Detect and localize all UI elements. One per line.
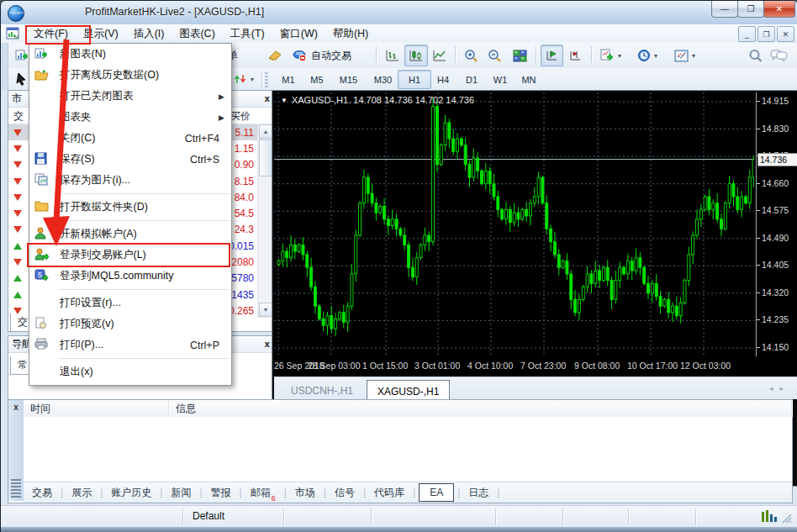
terminal-tab-代码库[interactable]: 代码库 [366, 484, 413, 502]
chart-tab-USDCNHH1[interactable]: USDCNH-,H1 [281, 380, 363, 401]
menu-W[interactable]: 窗口(W) [272, 24, 325, 44]
terminal-tab-新闻[interactable]: 新闻 [162, 484, 199, 502]
no-icon [34, 296, 49, 310]
menu-C[interactable]: 图表(C) [172, 24, 222, 44]
menu-item-x[interactable]: 退出(x) [29, 361, 231, 382]
menu-item-[interactable]: 图表夹▶ [29, 107, 231, 128]
tile-windows-button[interactable] [509, 45, 531, 66]
autotrading-button[interactable]: 自动交易 [288, 45, 356, 66]
dropdown-arrow-icon[interactable]: ▾ [618, 52, 621, 60]
line-chart-button[interactable] [428, 45, 451, 66]
terminal-tab-展示[interactable]: 展示 [63, 484, 100, 502]
menu-item-v[interactable]: 打印预览(v) [29, 313, 231, 334]
community-chat-button[interactable] [766, 45, 792, 66]
menu-item-P[interactable]: 打印(P)...Ctrl+P [29, 334, 231, 356]
timeframe-mn[interactable]: MN [512, 70, 546, 89]
zoom-out-button[interactable] [483, 45, 506, 66]
line-icon-icon [432, 49, 447, 62]
templates-icon [674, 50, 689, 62]
terminal-tab-信号[interactable]: 信号 [326, 484, 363, 502]
terminal-panel: x 时间 信息 交易|展示|账户历史|新闻|警报|邮箱6|市场|信号|代码库|E… [8, 399, 793, 503]
market-watch-scrollbar[interactable]: ▲ ▼ [257, 124, 272, 318]
terminal-tab-交易[interactable]: 交易 [24, 484, 61, 502]
zoom-in-button[interactable] [460, 45, 483, 66]
bar-chart-button[interactable] [381, 45, 404, 66]
periods-button[interactable]: ▾ [633, 45, 662, 66]
terminal-tab-label: 代码库 [374, 486, 404, 500]
chart-plot-area[interactable]: ▼ XAGUSD-,H1. 14.708 14.736 14.702 14.73… [274, 92, 754, 356]
scroll-down-icon[interactable]: ▼ [259, 303, 272, 317]
search-button[interactable] [744, 45, 767, 66]
terminal-tab-EA[interactable]: EA [419, 483, 454, 502]
menu-item-O[interactable]: 打开离线历史数据(O) [29, 65, 231, 86]
candlestick-chart [274, 92, 754, 356]
scroll-up-icon[interactable]: ▲ [259, 124, 272, 139]
resize-grip-icon[interactable] [781, 513, 793, 524]
timeframe-m15[interactable]: M15 [329, 70, 368, 89]
maximize-button[interactable]: ❐ [737, 1, 764, 18]
time-axis[interactable]: 26 Sep 201828 Sep 03:001 Oct 15:003 Oct … [274, 356, 797, 375]
marker-button[interactable] [263, 45, 287, 66]
terminal-tab-日志[interactable]: 日志 [460, 484, 497, 502]
dropdown-arrow-icon[interactable]: ▾ [654, 52, 657, 60]
market-watch-close-icon[interactable]: x [265, 94, 270, 103]
dropdown-arrow-icon[interactable]: ▾ [251, 76, 254, 83]
navigator-close-icon[interactable]: x [265, 340, 270, 349]
terminal-title-strip[interactable]: x [8, 400, 24, 501]
indicators-icon [600, 49, 615, 62]
menu-H[interactable]: 帮助(H) [325, 24, 376, 44]
timeframe-m30[interactable]: M30 [363, 70, 403, 89]
menu-item-i[interactable]: 保存为图片(i)... [29, 170, 231, 191]
menu-item-A[interactable]: 开新模拟帐户(A) [29, 224, 231, 245]
title-bar[interactable]: PROFIT ProfitMarketHK-Live2 - [XAGUSD-,H… [1, 1, 797, 24]
menu-item-D[interactable]: 打开数据文件夹(D) [29, 197, 231, 218]
time-column-header[interactable]: 时间 [24, 400, 169, 417]
candlestick-chart-button[interactable] [404, 45, 428, 66]
indicators-button[interactable]: ▾ [596, 45, 625, 66]
menu-item-C[interactable]: 关闭(C)Ctrl+F4 [29, 128, 231, 149]
arrow-down-icon [13, 161, 22, 168]
chart-menu-arrow-icon[interactable]: ▼ [281, 97, 288, 104]
scroll-thumb[interactable] [259, 140, 272, 176]
chart-shift-button[interactable] [541, 45, 563, 66]
menu-item-r[interactable]: 打印设置(r)... [29, 292, 231, 313]
menu-item-S[interactable]: 保存(S)Ctrl+S [29, 149, 231, 170]
terminal-close-icon[interactable]: x [8, 400, 24, 412]
terminal-tab-警报[interactable]: 警报 [203, 484, 240, 502]
menu-I[interactable]: 插入(I) [126, 24, 172, 44]
chart-autoscroll-button[interactable] [564, 45, 587, 66]
menu-item-label: 关闭(C) [60, 131, 95, 145]
menu-item-[interactable]: 打开已关闭图表▶ [29, 86, 231, 107]
terminal-tab-邮箱[interactable]: 邮箱6 [242, 484, 284, 502]
mdi-restore-button[interactable]: ❐ [757, 26, 775, 42]
menu-item-MQL5community[interactable]: 5登录到MQL5.community [29, 266, 231, 287]
price-tick: 14.660 [762, 178, 789, 188]
price-tick: 14.575 [762, 205, 789, 215]
time-tick: 9 Oct 08:00 [574, 361, 620, 371]
bid-price: 0.265 [229, 305, 254, 317]
tab-scroll-icons[interactable]: ◂▸ [769, 384, 790, 392]
templates-button[interactable]: ▾ [670, 45, 699, 66]
mdi-minimize-button[interactable]: _ [738, 26, 756, 42]
bid-column-header[interactable]: 买价 [230, 108, 251, 124]
terminal-tab-市场[interactable]: 市场 [287, 484, 324, 502]
message-column-header[interactable]: 信息 [169, 400, 792, 417]
mdi-close-button[interactable]: ✕ [777, 26, 794, 42]
symbols-list-button[interactable]: ▾ [230, 69, 258, 89]
svg-text:5: 5 [38, 271, 42, 279]
tab-separator: | [497, 487, 499, 498]
close-button[interactable]: ✕ [763, 1, 795, 18]
minimize-button[interactable]: — [711, 1, 738, 18]
symbol-column-header[interactable]: 交 [8, 108, 29, 124]
menu-T[interactable]: 工具(T) [223, 24, 272, 44]
terminal-tab-账户历史[interactable]: 账户历史 [103, 484, 160, 502]
menu-bar: M 文件(F)显示(V)插入(I)图表(C)工具(T)窗口(W)帮助(H) _ … [1, 24, 797, 44]
toolbar-separator [591, 46, 592, 63]
current-price-badge: 14.736 [757, 153, 797, 166]
menu-item-N[interactable]: 新图表(N) [29, 44, 231, 65]
marker-icon [267, 50, 282, 61]
price-axis[interactable]: 14.91514.83014.74514.66014.57514.49014.4… [756, 92, 797, 356]
submenu-arrow-icon: ▶ [219, 113, 224, 122]
dropdown-arrow-icon[interactable]: ▾ [692, 52, 695, 60]
profile-name[interactable]: Default [193, 510, 224, 522]
